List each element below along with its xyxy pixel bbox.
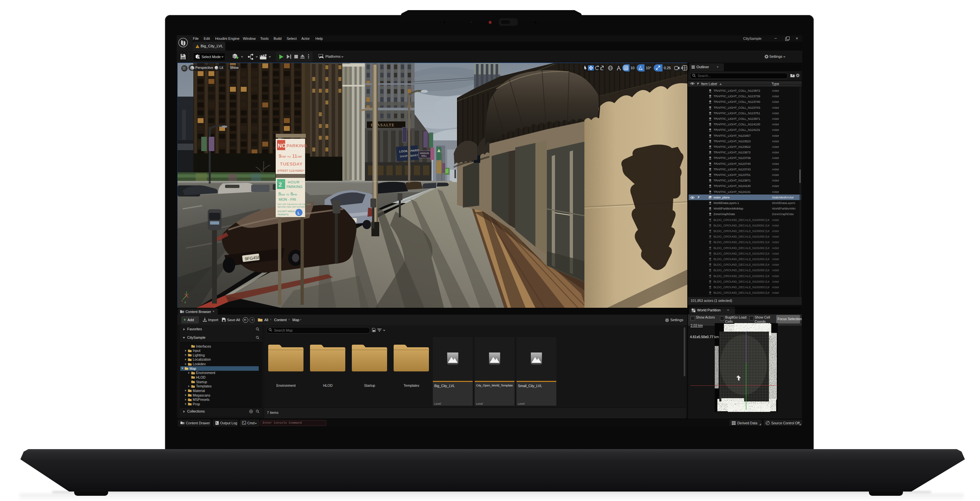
svg-text:STREET CLEANING*: STREET CLEANING* [277,169,304,172]
svg-text:MALL: MALL [422,155,427,157]
svg-text:x: x [181,299,183,302]
svg-text:MISSION: MISSION [420,152,429,154]
svg-text:BEFORE TIME LIMIT EXPIRES: BEFORE TIME LIMIT EXPIRES [278,206,305,208]
svg-text:L: L [298,211,300,216]
svg-text:y: y [185,301,186,304]
svg-text:PERMITS: PERMITS [278,213,288,216]
svg-text:EXCEPT AREA: EXCEPT AREA [278,210,295,213]
svg-text:MON - FRI: MON - FRI [278,197,296,201]
svg-text:TUESDAY: TUESDAY [280,162,303,166]
svg-text:HOUR: HOUR [288,180,299,184]
svg-text:PARKING: PARKING [286,143,307,148]
svg-text:NO: NO [278,143,286,149]
svg-text:*GET OFF THE BLOCK OR THE MILE: *GET OFF THE BLOCK OR THE MILE [277,203,311,205]
svg-text:2: 2 [278,181,282,188]
svg-text:PARKING: PARKING [286,185,302,189]
